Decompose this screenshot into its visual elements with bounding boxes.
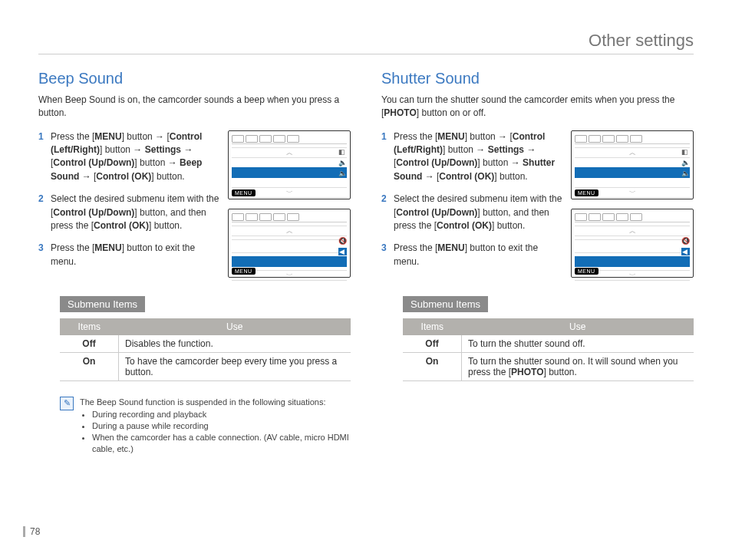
section-beep-sound: Beep Sound When Beep Sound is on, the ca… [38, 70, 351, 455]
step-number: 2 [38, 193, 51, 232]
submenu-table: ItemsUse OffTo turn the shutter sound of… [403, 318, 694, 381]
screen-figure-1: ︿ ﹀ ◧🔈🔈 MENU [571, 130, 694, 199]
step-2: 2 Select the desired submenu item with t… [381, 193, 565, 232]
note-item: During recording and playback [92, 409, 351, 420]
table-header-use: Use [462, 318, 694, 335]
section-intro: When Beep Sound is on, the camcorder sou… [38, 94, 351, 120]
table-row: OnTo turn the shutter sound on. It will … [403, 352, 694, 380]
page-header-title: Other settings [38, 31, 694, 54]
menu-label: MENU [232, 189, 256, 196]
section-title: Shutter Sound [381, 70, 694, 87]
note-item: When the camcorder has a cable connectio… [92, 432, 351, 455]
submenu-heading: Submenu Items [60, 296, 145, 312]
menu-label: MENU [575, 189, 598, 196]
note-block: ✎ The Beep Sound function is suspended i… [60, 397, 351, 455]
step-number: 1 [38, 130, 51, 184]
note-item: During a pause while recording [92, 420, 351, 432]
screen-figure-2: ︿ ﹀ 🔇◀ MENU [228, 209, 351, 278]
step-2: 2 Select the desired submenu item with t… [38, 193, 222, 232]
note-lead: The Beep Sound function is suspended in … [80, 397, 351, 408]
step-number: 2 [381, 193, 394, 232]
step-number: 3 [381, 242, 394, 268]
table-row: OffTo turn the shutter sound off. [403, 335, 694, 353]
menu-label: MENU [232, 268, 256, 275]
manual-page: Other settings Beep Sound When Beep Soun… [0, 0, 732, 560]
table-header-items: Items [60, 318, 119, 335]
table-row: OffDisables the function. [60, 335, 351, 353]
figure-stack: ︿ ﹀ ◧🔈🔈 MENU ︿ ﹀ 🔇◀ MENU [571, 130, 694, 287]
step-1: 1 Press the [MENU] button → [Control (Le… [38, 130, 222, 184]
step-number: 1 [381, 130, 394, 184]
menu-label: MENU [575, 268, 598, 275]
step-1: 1 Press the [MENU] button → [Control (Le… [381, 130, 565, 184]
table-header-items: Items [403, 318, 462, 335]
page-number: 78 [23, 526, 40, 537]
section-intro: You can turn the shutter sound the camco… [381, 94, 694, 120]
screen-figure-1: ︿ ﹀ ◧🔈🔈 MENU [228, 130, 351, 199]
step-3: 3 Press the [MENU] button to exit the me… [38, 242, 222, 268]
screen-figure-2: ︿ ﹀ 🔇◀ MENU [571, 209, 694, 278]
section-title: Beep Sound [38, 70, 351, 87]
submenu-heading: Submenu Items [403, 296, 488, 312]
step-number: 3 [38, 242, 51, 268]
submenu-table: ItemsUse OffDisables the function. OnTo … [60, 318, 351, 381]
note-icon: ✎ [60, 397, 74, 410]
table-row: OnTo have the camcorder beep every time … [60, 352, 351, 380]
table-header-use: Use [119, 318, 351, 335]
section-shutter-sound: Shutter Sound You can turn the shutter s… [381, 70, 694, 455]
step-3: 3 Press the [MENU] button to exit the me… [381, 242, 565, 268]
figure-stack: ︿ ﹀ ◧🔈🔈 MENU ︿ ﹀ 🔇◀ MENU [228, 130, 351, 287]
